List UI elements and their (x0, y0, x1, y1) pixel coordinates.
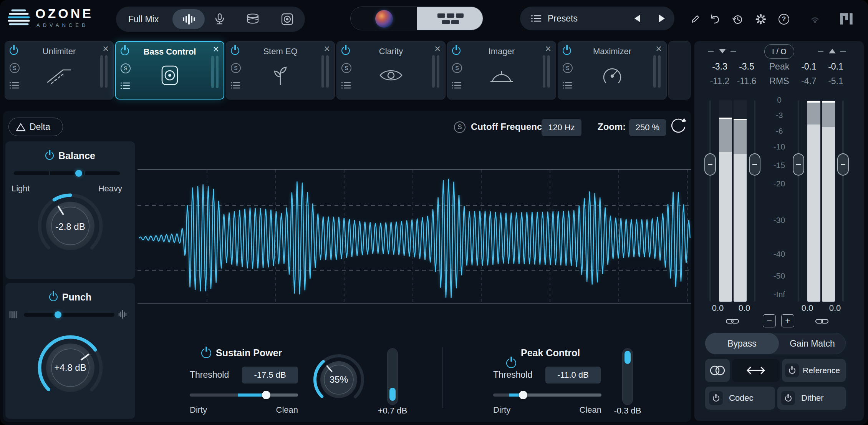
sustain-slider-handle[interactable] (262, 391, 270, 399)
balance-power-icon[interactable] (45, 151, 54, 160)
module-power-icon[interactable] (563, 46, 571, 55)
solo-button[interactable]: S (452, 63, 462, 73)
bypass-button[interactable]: Bypass (705, 333, 779, 354)
module-card-bass-control[interactable]: Bass Control × S (115, 41, 224, 100)
close-icon[interactable]: × (656, 43, 662, 55)
module-card-stem-eq[interactable]: Stem EQ × S (226, 41, 335, 100)
close-icon[interactable]: × (103, 43, 109, 55)
codec-power-icon[interactable] (709, 391, 723, 405)
drag-grip[interactable] (543, 55, 545, 88)
input-gain-fader-left[interactable] (704, 153, 716, 176)
presets-bar[interactable] (520, 7, 674, 30)
drag-grip[interactable] (105, 55, 108, 88)
drag-grip[interactable] (653, 55, 656, 88)
codec-button[interactable]: Codec (705, 387, 775, 410)
gain-match-button[interactable]: Gain Match (779, 333, 846, 354)
reference-power-icon[interactable] (785, 364, 799, 377)
drag-grip[interactable] (321, 55, 324, 88)
reference-button[interactable]: Reference (782, 359, 846, 382)
module-preset-icon[interactable] (341, 81, 351, 89)
source-instruments-button[interactable] (280, 12, 295, 27)
punch-slider[interactable] (24, 313, 114, 317)
drag-grip[interactable] (658, 55, 661, 88)
source-vocals-button[interactable] (212, 12, 227, 27)
drag-grip[interactable] (547, 55, 550, 88)
balance-slider[interactable] (14, 171, 120, 175)
module-power-icon[interactable] (121, 47, 129, 55)
loop-playback-button[interactable] (668, 116, 688, 136)
sustain-power-icon[interactable] (201, 348, 211, 358)
delta-button[interactable]: Delta (8, 118, 63, 136)
peak-threshold-box[interactable]: -11.0 dB (545, 367, 601, 383)
drag-grip[interactable] (326, 55, 329, 88)
module-power-icon[interactable] (341, 46, 350, 55)
view-toggle-modules-side[interactable] (417, 7, 483, 30)
meter-collapse-up-icon[interactable] (829, 49, 836, 53)
settings-button[interactable] (754, 12, 768, 27)
zoom-value-box[interactable]: 250 % (629, 119, 666, 136)
preset-prev-button[interactable] (634, 15, 640, 22)
gain-plus-button[interactable]: + (781, 314, 794, 327)
punch-slider-handle[interactable] (55, 311, 61, 318)
solo-button[interactable]: S (563, 63, 573, 73)
module-power-icon[interactable] (231, 46, 239, 55)
module-card-maximizer[interactable]: Maximizer × S (558, 41, 667, 100)
input-link-icon[interactable] (726, 317, 739, 325)
view-toggle-orb-side[interactable] (351, 7, 417, 30)
solo-button[interactable]: S (231, 63, 241, 73)
drag-grip[interactable] (216, 56, 219, 88)
help-button[interactable]: ? (777, 12, 791, 27)
peak-power-icon[interactable] (506, 358, 516, 368)
output-gain-fader-right[interactable] (837, 153, 849, 176)
module-preset-icon[interactable] (562, 81, 572, 89)
peak-slider-handle[interactable] (519, 391, 527, 399)
punch-power-icon[interactable] (49, 293, 58, 301)
sustain-threshold-box[interactable]: -17.5 dB (242, 367, 298, 383)
output-link-icon[interactable] (815, 317, 829, 325)
sustain-threshold-slider[interactable] (190, 393, 298, 397)
waveform-display[interactable] (137, 141, 691, 315)
module-preset-icon[interactable] (452, 81, 462, 89)
edit-pencil-button[interactable] (688, 12, 702, 27)
module-title: Clarity (354, 46, 428, 56)
add-module-slot[interactable] (668, 41, 691, 100)
cutoff-solo-button[interactable]: S (454, 121, 465, 133)
close-icon[interactable]: × (324, 43, 330, 55)
module-preset-icon[interactable] (230, 81, 240, 89)
io-mode-pill[interactable]: I / O (764, 44, 794, 59)
solo-button[interactable]: S (10, 63, 20, 73)
module-power-icon[interactable] (452, 46, 461, 55)
input-gain-fader-right[interactable] (749, 153, 760, 176)
drag-grip[interactable] (432, 55, 435, 88)
module-card-unlimiter[interactable]: Unlimiter × S (5, 41, 114, 100)
close-icon[interactable]: × (434, 43, 441, 55)
cutoff-value-box[interactable]: 120 Hz (542, 119, 581, 136)
drag-grip[interactable] (211, 56, 214, 88)
dither-power-icon[interactable] (781, 391, 795, 405)
module-preset-icon[interactable] (120, 82, 130, 90)
width-swap-button[interactable] (732, 359, 780, 382)
solo-button[interactable]: S (121, 63, 131, 73)
module-preset-icon[interactable] (9, 81, 19, 89)
module-card-imager[interactable]: Imager × S (447, 41, 556, 100)
solo-button[interactable]: S (341, 63, 351, 73)
close-icon[interactable]: × (545, 43, 551, 55)
balance-slider-handle[interactable] (75, 170, 82, 177)
preset-next-button[interactable] (659, 15, 665, 22)
source-fullmix-button[interactable] (172, 9, 205, 29)
output-gain-fader-left[interactable] (793, 153, 804, 176)
drag-grip[interactable] (100, 55, 103, 88)
history-button[interactable] (730, 12, 745, 27)
peak-threshold-slider[interactable] (493, 393, 601, 397)
module-power-icon[interactable] (10, 46, 18, 55)
dither-button[interactable]: Dither (777, 387, 846, 410)
drag-grip[interactable] (437, 55, 439, 88)
unlimiter-icon (45, 65, 73, 85)
module-card-clarity[interactable]: Clarity × S (336, 41, 446, 100)
meter-collapse-down-icon[interactable] (719, 49, 726, 53)
channel-mode-button[interactable] (705, 359, 730, 382)
close-icon[interactable]: × (213, 43, 219, 55)
source-drums-button[interactable] (245, 12, 260, 26)
gain-minus-button[interactable]: − (763, 314, 776, 327)
undo-button[interactable] (708, 12, 722, 27)
